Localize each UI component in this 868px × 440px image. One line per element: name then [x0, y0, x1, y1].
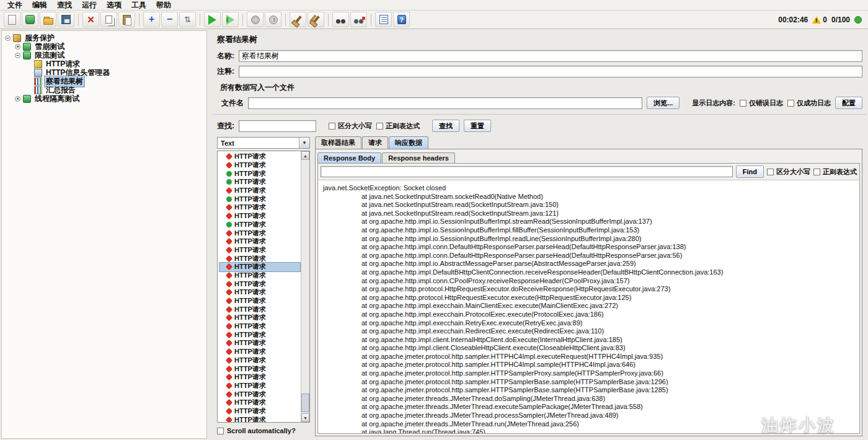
- search-regex-checkbox[interactable]: 正则表达式: [376, 121, 420, 131]
- clear-button[interactable]: [290, 12, 306, 27]
- result-row[interactable]: HTTP请求: [219, 169, 300, 178]
- response-body-text[interactable]: java.net.SocketException: Socket closeda…: [318, 180, 859, 433]
- search-button[interactable]: [332, 12, 349, 27]
- expand-handle-icon[interactable]: +: [15, 44, 20, 50]
- response-find-button[interactable]: Find: [736, 165, 764, 178]
- open-folder-button[interactable]: [40, 12, 56, 27]
- expand-handle-icon[interactable]: +: [15, 96, 20, 102]
- search-reset-button[interactable]: 重置: [464, 120, 491, 132]
- result-row[interactable]: HTTP请求: [219, 297, 300, 306]
- result-row[interactable]: HTTP请求: [219, 314, 300, 322]
- result-row[interactable]: HTTP请求: [219, 271, 300, 280]
- result-row[interactable]: HTTP请求: [219, 339, 300, 348]
- search-reset-button[interactable]: [350, 12, 367, 27]
- result-row[interactable]: HTTP请求: [219, 246, 300, 255]
- result-row[interactable]: HTTP请求: [219, 382, 300, 390]
- success-only-checkbox[interactable]: 仅成功日志: [787, 99, 831, 108]
- save-button[interactable]: [58, 12, 74, 27]
- scroll-up-icon[interactable]: ▲: [301, 151, 309, 160]
- tree-node-汇总报告[interactable]: 汇总报告: [2, 86, 206, 94]
- search-case-checkbox[interactable]: 区分大小写: [329, 121, 372, 131]
- tree-node-雪崩测试[interactable]: +雪崩测试: [2, 42, 206, 51]
- templates-button[interactable]: [22, 12, 38, 27]
- menu-帮助[interactable]: 帮助: [151, 0, 176, 11]
- tree-node-线程隔离测试[interactable]: +线程隔离测试: [2, 94, 206, 103]
- tab-响应数据[interactable]: 响应数据: [389, 136, 428, 149]
- result-row[interactable]: HTTP请求: [219, 237, 300, 246]
- result-row[interactable]: HTTP请求: [219, 212, 300, 221]
- help-button[interactable]: [393, 12, 410, 27]
- search-input[interactable]: [239, 120, 316, 132]
- collapse-all-button[interactable]: [161, 12, 178, 27]
- tree-node-服务保护[interactable]: −服务保护: [2, 33, 206, 42]
- result-row[interactable]: HTTP请求: [219, 415, 300, 423]
- expand-all-button[interactable]: [143, 12, 160, 27]
- tree-node-HTTP信息头管理器[interactable]: HTTP信息头管理器: [2, 68, 206, 77]
- search-find-button[interactable]: 查找: [432, 120, 459, 132]
- browse-button[interactable]: 浏览...: [647, 97, 680, 109]
- tab-取样器结果[interactable]: 取样器结果: [315, 136, 361, 149]
- response-case-checkbox[interactable]: 区分大小写: [767, 167, 810, 177]
- response-find-input[interactable]: [321, 166, 733, 177]
- collapse-handle-icon[interactable]: −: [15, 53, 20, 58]
- result-row[interactable]: HTTP请求: [219, 390, 300, 398]
- results-scrollbar[interactable]: ▲ ▼: [301, 151, 309, 422]
- scrollbar-thumb[interactable]: [301, 394, 309, 412]
- tab-Response Body[interactable]: Response Body: [317, 152, 381, 163]
- result-row[interactable]: HTTP请求: [219, 254, 300, 263]
- scroll-automatically-checkbox[interactable]: Scroll automatically?: [217, 425, 310, 436]
- copy-button[interactable]: [100, 12, 117, 27]
- renderer-select[interactable]: Text ▼: [217, 137, 310, 149]
- result-row[interactable]: HTTP请求: [219, 221, 300, 229]
- tab-请求[interactable]: 请求: [362, 136, 388, 149]
- response-regex-checkbox[interactable]: 正则表达式: [813, 167, 857, 177]
- result-row[interactable]: HTTP请求: [219, 263, 300, 271]
- menu-编辑[interactable]: 编辑: [27, 0, 52, 11]
- menu-选项[interactable]: 选项: [102, 0, 126, 11]
- result-row[interactable]: HTTP请求: [219, 305, 300, 314]
- result-row[interactable]: HTTP请求: [219, 203, 300, 212]
- filename-input[interactable]: [248, 97, 642, 109]
- collapse-handle-icon[interactable]: −: [5, 35, 11, 41]
- name-input[interactable]: [239, 50, 862, 62]
- result-row[interactable]: HTTP请求: [219, 356, 300, 365]
- paste-button[interactable]: [118, 12, 135, 27]
- warning-icon: !: [812, 16, 821, 24]
- new-file-button[interactable]: [4, 12, 20, 27]
- result-row[interactable]: HTTP请求: [219, 322, 300, 331]
- result-row[interactable]: HTTP请求: [219, 279, 300, 288]
- result-row[interactable]: HTTP请求: [219, 178, 300, 187]
- result-row[interactable]: HTTP请求: [219, 161, 300, 170]
- result-row[interactable]: HTTP请求: [219, 348, 300, 356]
- result-row[interactable]: HTTP请求: [219, 364, 300, 373]
- result-row[interactable]: HTTP请求: [219, 288, 300, 297]
- result-row[interactable]: HTTP请求: [219, 152, 300, 161]
- menu-文件[interactable]: 文件: [2, 0, 27, 11]
- tree-node-察看结果树[interactable]: 察看结果树: [2, 77, 206, 86]
- result-row[interactable]: HTTP请求: [219, 187, 300, 195]
- result-row[interactable]: HTTP请求: [219, 373, 300, 382]
- result-row[interactable]: HTTP请求: [219, 330, 300, 339]
- comment-input[interactable]: [239, 66, 862, 77]
- stop-button[interactable]: [247, 12, 264, 27]
- menu-运行[interactable]: 运行: [77, 0, 102, 11]
- function-helper-button[interactable]: [375, 12, 392, 27]
- toggle-button[interactable]: [179, 12, 196, 27]
- clear-all-button[interactable]: [308, 12, 324, 27]
- result-row[interactable]: HTTP请求: [219, 195, 300, 203]
- menu-查找[interactable]: 查找: [52, 0, 77, 11]
- log-errors-indicator[interactable]: ! 0: [812, 15, 827, 24]
- tab-Response headers[interactable]: Response headers: [382, 152, 455, 163]
- configure-button[interactable]: 配置: [835, 97, 862, 109]
- shutdown-button[interactable]: [265, 12, 281, 27]
- errors-only-checkbox[interactable]: 仅错误日志: [740, 99, 783, 108]
- start-button[interactable]: [204, 12, 221, 27]
- tree-node-限流测试[interactable]: −限流测试: [2, 51, 206, 59]
- start-no-pauses-button[interactable]: [222, 12, 239, 27]
- cut-button[interactable]: [82, 12, 99, 27]
- result-row[interactable]: HTTP请求: [219, 229, 300, 237]
- result-row[interactable]: HTTP请求: [219, 398, 300, 407]
- scroll-down-icon[interactable]: ▼: [301, 413, 309, 422]
- result-row[interactable]: HTTP请求: [219, 407, 300, 416]
- menu-工具[interactable]: 工具: [126, 0, 151, 11]
